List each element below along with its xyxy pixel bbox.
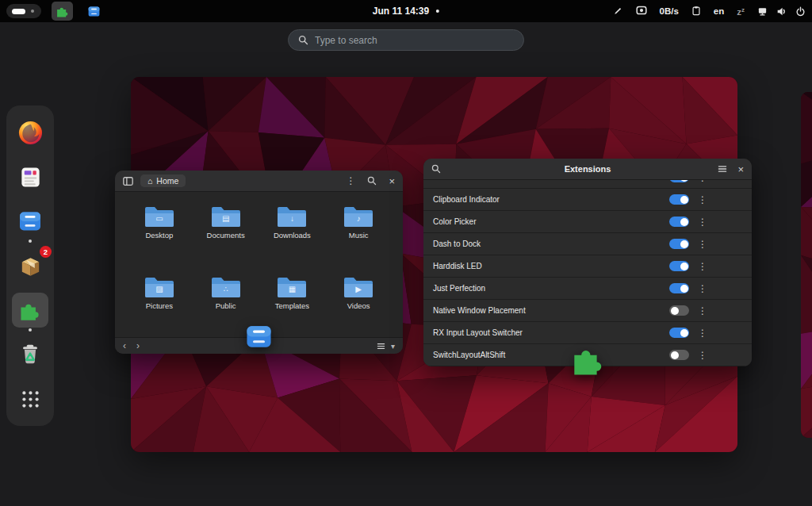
folder-label: Videos — [347, 301, 370, 310]
hamburger-menu-icon[interactable] — [718, 165, 727, 173]
extension-row: ⋮ — [423, 180, 752, 189]
dock-item-software[interactable]: 2 — [12, 248, 48, 283]
extension-controls: ⋮ — [669, 350, 707, 360]
search-input[interactable] — [315, 35, 514, 46]
extension-toggle[interactable] — [669, 261, 689, 271]
back-icon[interactable]: ‹ — [123, 340, 126, 351]
files-headerbar: ⌂ Home ⋮ × — [115, 171, 403, 192]
extension-name: Native Window Placement — [433, 306, 526, 315]
extension-toggle[interactable] — [669, 305, 689, 316]
files-window-app-badge — [244, 322, 274, 351]
folder-label: Pictures — [146, 301, 173, 310]
folder-icon: ↓ — [276, 203, 308, 228]
path-label: Home — [156, 176, 178, 186]
extension-toggle[interactable] — [669, 217, 689, 227]
extension-row: Color Picker ⋮ — [423, 211, 752, 233]
extension-controls: ⋮ — [669, 239, 707, 249]
workspace-thumbnail-next[interactable] — [801, 92, 812, 438]
dock-item-files[interactable] — [12, 204, 48, 239]
workspace-indicator[interactable] — [6, 4, 41, 18]
extension-toggle[interactable] — [669, 328, 689, 338]
extension-menu-kebab-icon[interactable]: ⋮ — [698, 240, 707, 249]
forward-icon[interactable]: › — [136, 340, 140, 351]
folder-label: Public — [216, 301, 236, 310]
extension-controls: ⋮ — [669, 305, 707, 316]
folder-desktop[interactable]: ▭ Desktop — [126, 203, 193, 267]
clock-label: Jun 11 14:39 — [373, 6, 429, 17]
extension-toggle[interactable] — [669, 350, 689, 360]
path-home-button[interactable]: ⌂ Home — [140, 174, 186, 187]
extension-menu-kebab-icon[interactable]: ⋮ — [698, 180, 707, 182]
folder-emblem: ▭ — [144, 213, 175, 224]
folder-pictures[interactable]: ▨ Pictures — [126, 274, 193, 338]
close-window-icon[interactable]: × — [389, 176, 395, 186]
extension-controls: ⋮ — [669, 194, 707, 205]
extension-menu-kebab-icon[interactable]: ⋮ — [698, 262, 707, 271]
extensions-puzzle-icon — [18, 298, 42, 322]
idle-zz-indicator[interactable]: zz — [737, 6, 745, 17]
color-picker-pen-icon[interactable] — [613, 6, 623, 17]
list-view-icon[interactable] — [377, 343, 385, 350]
extension-toggle[interactable] — [669, 180, 689, 182]
dock-item-firefox[interactable] — [12, 115, 48, 150]
keyboard-layout-indicator[interactable]: en — [714, 6, 724, 16]
folder-music[interactable]: ♪ Music — [325, 203, 392, 267]
extension-row: Dash to Dock ⋮ — [423, 233, 752, 255]
folder-downloads[interactable]: ↓ Downloads — [259, 203, 326, 267]
sidebar-toggle-icon[interactable] — [123, 177, 133, 186]
search-icon — [298, 35, 308, 45]
clock-menu[interactable]: Jun 11 14:39 — [373, 0, 439, 22]
trash-recycle-icon — [17, 342, 43, 367]
dock-item-app-grid[interactable] — [12, 381, 48, 416]
extension-menu-kebab-icon[interactable]: ⋮ — [698, 284, 707, 293]
calendar-icon — [18, 165, 43, 190]
view-options-caret-icon[interactable]: ▾ — [391, 342, 395, 351]
net-speed-indicator[interactable]: 0B/s — [660, 6, 679, 16]
search-icon[interactable] — [431, 164, 441, 174]
extension-name: Dash to Dock — [433, 240, 481, 248]
overview-search-bar[interactable] — [288, 29, 524, 51]
extension-controls: ⋮ — [669, 328, 707, 338]
extension-toggle[interactable] — [669, 194, 689, 205]
dock-item-calendar[interactable] — [12, 159, 48, 194]
menu-kebab-icon[interactable]: ⋮ — [346, 176, 355, 186]
extensions-window-app-badge — [570, 341, 607, 378]
running-indicator — [29, 328, 32, 332]
extension-name: RX Input Layout Switcher — [433, 328, 523, 337]
extension-menu-kebab-icon[interactable]: ⋮ — [698, 351, 707, 360]
extensions-list: ⋮ Clipboard Indicator ⋮ Color Picker ⋮ D… — [423, 180, 752, 366]
network-wired-icon — [757, 6, 768, 17]
extension-name: Harddisk LED — [433, 262, 482, 270]
clipboard-icon[interactable] — [691, 6, 701, 17]
folder-videos[interactable]: ▶ Videos — [325, 274, 392, 338]
extension-controls: ⋮ — [669, 180, 707, 182]
system-status-area[interactable] — [757, 6, 806, 17]
top-bar: Jun 11 14:39 0B/s en zz — [0, 0, 812, 22]
toggle-knob — [680, 263, 688, 270]
extensions-window[interactable]: Extensions × ⋮ Clipboard Indicator ⋮ Col… — [423, 159, 752, 366]
dock-item-trash[interactable] — [12, 337, 48, 372]
extension-toggle[interactable] — [669, 283, 689, 293]
extension-toggle[interactable] — [669, 239, 689, 249]
search-icon[interactable] — [367, 176, 377, 186]
folder-icon: ∴ — [210, 274, 242, 299]
folder-icon: ▤ — [210, 203, 242, 228]
screenshot-indicator-icon[interactable] — [636, 5, 647, 17]
toggle-knob — [680, 240, 688, 248]
extension-menu-kebab-icon[interactable]: ⋮ — [698, 328, 707, 338]
extension-menu-kebab-icon[interactable]: ⋮ — [698, 195, 707, 205]
extension-row: Just Perfection ⋮ — [423, 278, 752, 300]
dock-item-extensions[interactable] — [12, 293, 48, 328]
gnome-activities-overview: Jun 11 14:39 0B/s en zz — [0, 0, 812, 506]
close-window-icon[interactable]: × — [737, 164, 744, 174]
topbar-files-app-chip[interactable] — [83, 2, 105, 21]
folder-documents[interactable]: ▤ Documents — [193, 203, 259, 267]
extensions-header-actions: × — [718, 164, 744, 174]
folder-label: Desktop — [145, 231, 173, 240]
toggle-knob — [680, 329, 688, 337]
files-window[interactable]: ⌂ Home ⋮ × ▭ Desktop ▤ — [115, 171, 403, 354]
extension-menu-kebab-icon[interactable]: ⋮ — [698, 306, 707, 316]
topbar-extensions-app-chip[interactable] — [52, 2, 73, 21]
running-indicator — [29, 240, 32, 243]
extension-menu-kebab-icon[interactable]: ⋮ — [698, 217, 707, 227]
